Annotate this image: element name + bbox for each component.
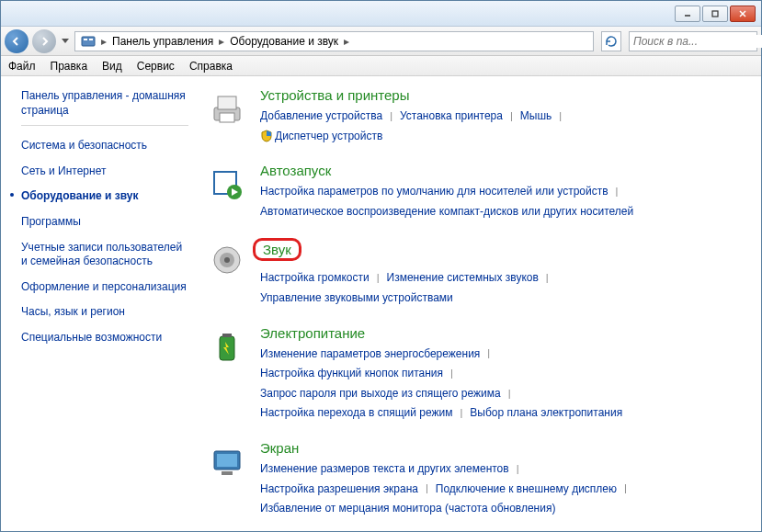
chevron-right-icon: ▸	[99, 35, 108, 48]
breadcrumb[interactable]: ▸ Панель управления ▸ Оборудование и зву…	[74, 31, 594, 51]
link-sleep-settings[interactable]: Настройка перехода в спящий режим	[260, 403, 452, 424]
menu-view[interactable]: Вид	[102, 60, 122, 73]
chevron-right-icon: ▸	[342, 35, 351, 48]
search-box[interactable]	[629, 31, 757, 51]
history-dropdown[interactable]	[60, 32, 71, 51]
svg-rect-6	[89, 39, 93, 40]
menu-tools[interactable]: Сервис	[137, 60, 175, 73]
category-title-autoplay[interactable]: Автозапуск	[260, 163, 761, 178]
category-power: Электропитание Изменение параметров энер…	[205, 325, 761, 424]
sidebar-home[interactable]: Панель управления - домашняя страница	[21, 89, 188, 118]
svg-point-16	[224, 257, 230, 263]
navbar: ▸ Панель управления ▸ Оборудование и зву…	[1, 27, 761, 56]
category-devices: Устройства и принтеры Добавление устройс…	[205, 87, 761, 146]
category-sound: Звук Настройка громкости| Изменение сист…	[205, 238, 761, 308]
link-volume[interactable]: Настройка громкости	[260, 268, 370, 289]
search-input[interactable]	[633, 35, 762, 48]
svg-rect-20	[217, 454, 237, 467]
sidebar-item-clock[interactable]: Часы, язык и регион	[21, 300, 188, 325]
link-power-buttons[interactable]: Настройка функций кнопок питания	[260, 364, 443, 384]
sidebar-item-programs[interactable]: Программы	[21, 209, 188, 235]
back-button[interactable]	[5, 29, 28, 53]
shield-icon	[260, 130, 273, 142]
link-text-size[interactable]: Изменение размеров текста и других элеме…	[260, 459, 509, 480]
svg-rect-17	[220, 336, 234, 360]
svg-rect-10	[218, 96, 236, 109]
sidebar-item-system[interactable]: Система и безопасность	[21, 133, 188, 159]
category-title-power[interactable]: Электропитание	[260, 325, 761, 341]
link-system-sounds[interactable]: Изменение системных звуков	[387, 268, 539, 289]
chevron-right-icon: ▸	[217, 35, 226, 48]
sidebar-item-accounts[interactable]: Учетные записи пользователей и семейная …	[21, 235, 188, 275]
link-media-defaults[interactable]: Настройка параметров по умолчанию для но…	[260, 182, 608, 202]
breadcrumb-control-panel[interactable]: Панель управления	[108, 35, 217, 48]
forward-button[interactable]	[32, 29, 56, 53]
svg-rect-1	[712, 11, 718, 17]
svg-rect-5	[84, 39, 87, 40]
svg-rect-11	[220, 113, 234, 122]
category-title-sound[interactable]: Звук	[253, 238, 301, 261]
maximize-button[interactable]	[702, 6, 728, 22]
menu-edit[interactable]: Правка	[51, 60, 88, 73]
breadcrumb-hardware-sound[interactable]: Оборудование и звук	[226, 35, 342, 48]
content-area: Панель управления - домашняя страница Си…	[1, 76, 761, 531]
refresh-button[interactable]	[601, 31, 621, 51]
link-power-plan[interactable]: Выбор плана электропитания	[470, 403, 622, 424]
link-audio-devices[interactable]: Управление звуковыми устройствами	[260, 289, 453, 309]
link-wake-password[interactable]: Запрос пароля при выходе из спящего режи…	[260, 384, 501, 404]
link-resolution[interactable]: Настройка разрешения экрана	[260, 480, 418, 500]
menubar: Файл Правка Вид Сервис Справка	[1, 56, 761, 76]
sidebar-item-hardware[interactable]: Оборудование и звук	[21, 184, 188, 209]
category-title-display[interactable]: Экран	[260, 440, 761, 456]
monitor-icon	[205, 440, 249, 484]
sidebar-item-accessibility[interactable]: Специальные возможности	[21, 325, 188, 351]
menu-file[interactable]: Файл	[8, 60, 36, 73]
sidebar: Панель управления - домашняя страница Си…	[1, 76, 198, 531]
link-external-display[interactable]: Подключение к внешнему дисплею	[436, 480, 617, 500]
sidebar-item-appearance[interactable]: Оформление и персонализация	[21, 275, 188, 300]
category-title-devices[interactable]: Устройства и принтеры	[260, 87, 761, 103]
autoplay-icon	[205, 163, 249, 207]
control-panel-window: ▸ Панель управления ▸ Оборудование и зву…	[0, 0, 762, 532]
main-panel: Устройства и принтеры Добавление устройс…	[198, 76, 761, 531]
link-add-printer[interactable]: Установка принтера	[400, 107, 503, 127]
sidebar-separator	[21, 125, 188, 126]
power-icon	[205, 325, 249, 369]
category-autoplay: Автозапуск Настройка параметров по умолч…	[205, 163, 761, 221]
control-panel-icon	[81, 34, 96, 49]
menu-help[interactable]: Справка	[189, 60, 233, 73]
link-power-saving[interactable]: Изменение параметров энергосбережения	[260, 345, 480, 365]
category-display: Экран Изменение размеров текста и других…	[205, 440, 761, 519]
devices-printers-icon	[205, 87, 249, 131]
sidebar-item-network[interactable]: Сеть и Интернет	[21, 159, 188, 185]
svg-rect-21	[222, 471, 233, 475]
close-button[interactable]	[730, 6, 756, 22]
titlebar	[1, 1, 761, 27]
minimize-button[interactable]	[675, 6, 700, 22]
svg-rect-18	[222, 334, 232, 337]
link-device-manager[interactable]: Диспетчер устройств	[275, 127, 382, 147]
link-mouse[interactable]: Мышь	[520, 107, 552, 127]
speaker-icon	[205, 238, 249, 282]
svg-rect-4	[82, 37, 95, 46]
link-refresh-rate[interactable]: Избавление от мерцания монитора (частота…	[260, 499, 555, 519]
link-add-device[interactable]: Добавление устройства	[260, 107, 382, 127]
link-cd-autoplay[interactable]: Автоматическое воспроизведение компакт-д…	[260, 202, 633, 222]
